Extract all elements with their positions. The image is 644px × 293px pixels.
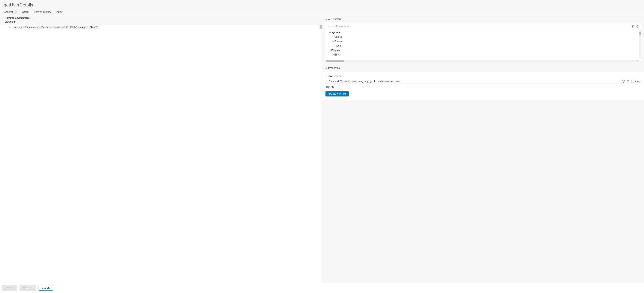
return-type-input[interactable]: [329, 80, 621, 82]
tree-node-label: Types: [334, 44, 341, 47]
api-explorer-toggle[interactable]: API Explorer: [322, 15, 644, 23]
editor-vscroll-thumb[interactable]: [320, 25, 322, 28]
chevron-right-icon: [332, 40, 334, 42]
chevron-right-icon: [332, 45, 334, 47]
array-checkbox-label: Array: [635, 80, 640, 83]
tab-audit[interactable]: Audit: [56, 9, 62, 15]
tab-label: Audit: [56, 10, 62, 13]
tree-node-enums[interactable]: Enums: [328, 39, 641, 44]
chevron-down-icon: [329, 31, 331, 33]
tree-node-label: Enums: [334, 40, 342, 43]
api-explorer-title: API Explorer: [328, 18, 342, 20]
nav-back-icon[interactable]: ←: [327, 25, 330, 28]
properties-title: Properties: [328, 66, 340, 69]
properties-toggle[interactable]: Properties: [322, 64, 644, 72]
code-line[interactable]: return [{"username":"Fritz", "employeeId…: [13, 26, 100, 29]
add-new-input-button[interactable]: ADD NEW INPUT: [326, 92, 349, 96]
tree-hscrollbar[interactable]: [325, 60, 639, 62]
search-icon: [326, 80, 328, 82]
chevron-down-icon: [325, 66, 327, 68]
plugin-icon: [334, 54, 337, 56]
create-button[interactable]: CREATE: [2, 285, 17, 290]
filter-icon[interactable]: [631, 25, 634, 28]
tree-node-system[interactable]: System: [328, 30, 641, 35]
tree-node-label: System: [332, 31, 340, 34]
runtime-env-value: JavaScript: [5, 20, 16, 23]
refresh-icon[interactable]: [636, 25, 639, 28]
code-editor[interactable]: 1 return [{"username":"Fritz", "employee…: [0, 25, 322, 283]
runtime-env-label: Runtime Environment: [5, 16, 317, 19]
chevron-right-icon: [332, 54, 334, 56]
page-title: getUserDetails: [4, 2, 640, 8]
nav-forward-icon[interactable]: →: [332, 25, 334, 28]
tree-node-plugins[interactable]: Plugins: [328, 48, 641, 52]
refresh-return-type-icon[interactable]: [626, 80, 630, 83]
tree-vscrollbar[interactable]: [639, 30, 641, 59]
svg-point-0: [326, 80, 327, 82]
tab-label: General: [4, 10, 13, 13]
api-filter-input[interactable]: [336, 25, 630, 28]
tree-node-types[interactable]: Types: [328, 44, 641, 48]
tab-label: Version History: [34, 10, 51, 13]
version-button[interactable]: VERSION: [20, 285, 36, 290]
tab-bar: GeneralScriptVersion HistoryAudit: [0, 9, 644, 15]
chevron-down-icon: [325, 18, 327, 20]
array-checkbox[interactable]: Array: [631, 80, 640, 83]
tab-script[interactable]: Script: [22, 9, 28, 15]
checkbox-icon: [631, 80, 634, 83]
return-type-label: Return type: [326, 74, 641, 78]
chevron-right-icon: [332, 36, 334, 38]
tab-general[interactable]: General: [4, 9, 16, 15]
tree-node-label: AD: [338, 53, 342, 56]
tab-version[interactable]: Version History: [34, 9, 51, 15]
tree-node-objects[interactable]: Objects: [328, 35, 641, 39]
chevron-down-icon: [329, 49, 331, 51]
clear-icon[interactable]: [622, 80, 625, 82]
line-number: 1: [0, 26, 10, 28]
tree-node-label: Plugins: [332, 49, 340, 52]
tree-node-label: Objects: [334, 36, 342, 38]
runtime-env-select[interactable]: JavaScript: [5, 20, 39, 24]
tree-node-ad[interactable]: AD: [328, 52, 641, 57]
tab-label: Script: [22, 10, 28, 13]
inputs-label: Inputs: [326, 85, 641, 89]
close-button[interactable]: CLOSE: [38, 285, 53, 290]
chevron-down-icon: [37, 20, 39, 22]
info-icon: [14, 10, 16, 13]
